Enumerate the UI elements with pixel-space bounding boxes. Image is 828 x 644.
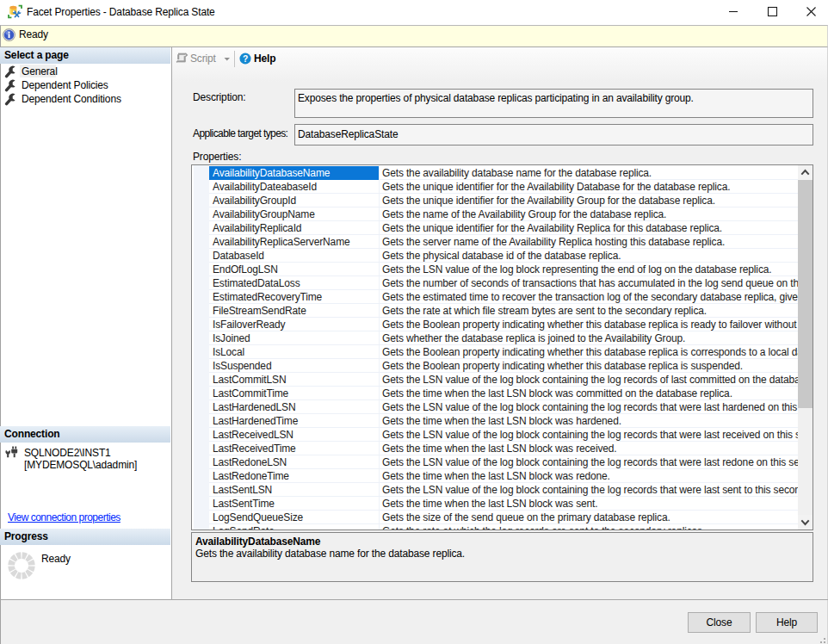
svg-text:?: ? xyxy=(243,54,248,64)
